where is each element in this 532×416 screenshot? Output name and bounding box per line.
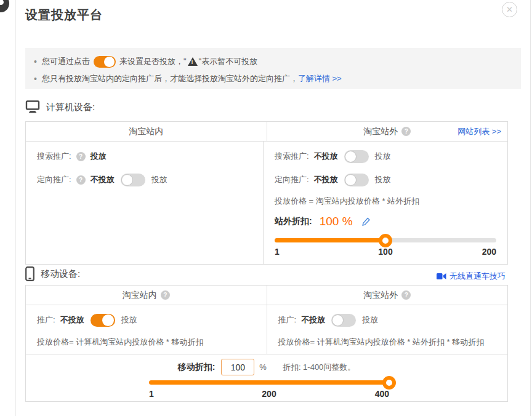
offsite-discount-row: 站外折扣: 100 %: [275, 214, 496, 230]
promo-label: 推广:: [37, 314, 55, 326]
header-offsite-label: 淘宝站外: [363, 126, 398, 137]
close-button[interactable]: ✕: [502, 2, 517, 17]
slider-track[interactable]: [149, 380, 389, 385]
scale-max: 200: [482, 247, 496, 257]
warning-exclaim: !: [191, 59, 193, 65]
header-taobao-offsite: 淘宝站外 ? 网站列表 >>: [267, 122, 508, 141]
example-toggle[interactable]: [94, 56, 116, 68]
mobile-discount-section: 移动折扣: % 折扣: 1-400间整数。 1 200 400: [26, 354, 507, 400]
mobile-discount-input[interactable]: [221, 359, 254, 375]
computer-onsite-cell: 搜索推广: ? 投放 定向推广: ? 不投放 投放: [26, 142, 263, 264]
header-onsite-label: 淘宝站内: [129, 126, 163, 137]
offsite-price-formula: 投放价格 = 淘宝站内投放价格 * 站外折扣: [275, 195, 496, 207]
question-icon[interactable]: ?: [161, 290, 170, 300]
screen: ✕ 设置投放平台 • 您可通过点击 来设置是否投放，" ! "表示暂不可投放 •…: [0, 0, 532, 416]
slider-handle[interactable]: [382, 376, 396, 390]
notice-text-2: 您只有投放淘宝站内的定向推广后，才能选择投放淘宝站外的定向推广，: [42, 73, 298, 84]
slider-track[interactable]: [275, 238, 496, 242]
notice-text-mid: 来设置是否投放，": [119, 56, 187, 67]
computer-offsite-target-toggle[interactable]: [344, 174, 369, 186]
scale-min: 1: [149, 389, 154, 399]
onsite-search-row: 搜索推广: ? 投放: [37, 150, 252, 163]
target-on-label: 投放: [151, 174, 167, 185]
question-icon[interactable]: ?: [76, 152, 86, 161]
question-icon[interactable]: ?: [76, 175, 86, 185]
mobile-onsite-formula: 投放价格= 计算机淘宝站内投放价格 * 移动折扣: [37, 336, 256, 348]
toggle-knob: [102, 314, 114, 326]
header-taobao-offsite: 淘宝站外 ?: [267, 286, 508, 305]
toggle-knob: [345, 151, 357, 162]
header-taobao-onsite: 淘宝站内 ?: [26, 286, 267, 305]
search-promo-label: 搜索推广:: [275, 151, 309, 162]
mobile-icon: [25, 266, 34, 281]
video-icon: [437, 273, 446, 280]
discount-hint: 折扣: 1-400间整数。: [283, 362, 355, 373]
header-taobao-onsite: 淘宝站内: [26, 122, 267, 141]
promo-label: 推广:: [278, 314, 297, 326]
computer-section-title: 计算机设备:: [46, 102, 95, 113]
target-promo-label: 定向推广:: [275, 174, 309, 185]
header-onsite-label: 淘宝站内: [123, 290, 157, 301]
offsite-discount-label: 站外折扣:: [275, 216, 312, 227]
promo-on-label: 投放: [362, 314, 378, 326]
notice-line-1: • 您可通过点击 来设置是否投放，" ! "表示暂不可投放: [34, 54, 512, 69]
bullet-icon: •: [34, 57, 37, 66]
mobile-discount-label: 移动折扣:: [178, 362, 216, 373]
mobile-onsite-cell: 推广: 不投放 投放 投放价格= 计算机淘宝站内投放价格 * 移动折扣: [26, 305, 267, 354]
close-icon: ✕: [506, 5, 513, 14]
warning-icon: !: [188, 57, 198, 66]
corner-badge-icon: [0, 0, 9, 12]
scale-mid: 100: [378, 247, 392, 257]
scale-mid: 200: [262, 389, 276, 399]
search-promo-label: 搜索推广:: [37, 151, 71, 162]
mobile-offsite-formula: 投放价格= 计算机淘宝站内投放价格 * 站外折扣 * 移动折扣: [278, 336, 497, 348]
target-promo-label: 定向推广:: [37, 174, 71, 185]
target-off-label: 不投放: [91, 174, 115, 185]
toggle-knob: [345, 174, 357, 186]
slider-scale: 1 200 400: [149, 389, 389, 400]
notice-text-pre: 您可通过点击: [42, 56, 90, 67]
computer-table: 淘宝站内 淘宝站外 ? 网站列表 >> 搜索推广: ? 投放: [25, 121, 508, 265]
wireless-tips-label: 无线直通车技巧: [449, 271, 506, 282]
edit-icon[interactable]: [361, 217, 371, 226]
computer-table-header: 淘宝站内 淘宝站外 ? 网站列表 >>: [26, 122, 507, 142]
mobile-offsite-cell: 推广: 不投放 投放 投放价格= 计算机淘宝站内投放价格 * 站外折扣 * 移动…: [267, 305, 508, 354]
computer-offsite-search-toggle[interactable]: [344, 150, 369, 163]
search-off-label: 不投放: [314, 151, 338, 162]
search-on-label: 投放: [375, 151, 391, 162]
notice-text-post: "表示暂不可投放: [199, 56, 258, 67]
mobile-onsite-promo-toggle[interactable]: [91, 314, 115, 327]
offsite-discount-value: 100 %: [320, 215, 353, 228]
toggle-knob: [332, 314, 344, 326]
mobile-table-body-row: 推广: 不投放 投放 投放价格= 计算机淘宝站内投放价格 * 移动折扣 推广: …: [26, 305, 507, 354]
offsite-promo-row: 推广: 不投放 投放: [278, 313, 497, 327]
mobile-section-header: 移动设备:: [25, 266, 80, 281]
toggle-knob: [104, 57, 115, 67]
computer-onsite-target-toggle[interactable]: [121, 174, 145, 186]
notice-box: • 您可通过点击 来设置是否投放，" ! "表示暂不可投放 • 您只有投放淘宝站…: [25, 48, 521, 89]
wireless-tips-link[interactable]: 无线直通车技巧: [437, 271, 506, 282]
mobile-offsite-promo-toggle[interactable]: [331, 314, 356, 327]
onsite-target-row: 定向推广: ? 不投放 投放: [37, 173, 252, 186]
offsite-discount-slider[interactable]: 1 100 200: [275, 238, 496, 258]
learn-more-link[interactable]: 了解详情 >>: [298, 73, 342, 84]
question-icon[interactable]: ?: [401, 127, 411, 136]
set-platform-dialog: ✕ 设置投放平台 • 您可通过点击 来设置是否投放，" ! "表示暂不可投放 •…: [15, 0, 531, 416]
scale-min: 1: [275, 247, 280, 257]
slider-fill: [275, 238, 385, 242]
offsite-search-row: 搜索推广: 不投放 投放: [275, 150, 496, 163]
mobile-table: 淘宝站内 ? 淘宝站外 ? 推广: 不投放 投放: [25, 285, 508, 402]
question-icon[interactable]: ?: [401, 290, 411, 300]
promo-off-label: 不投放: [60, 314, 84, 326]
mobile-table-header: 淘宝站内 ? 淘宝站外 ?: [26, 286, 507, 305]
slider-handle[interactable]: [379, 234, 392, 247]
website-list-link[interactable]: 网站列表 >>: [457, 126, 501, 137]
mobile-section-title: 移动设备:: [41, 268, 80, 280]
mobile-discount-slider[interactable]: 1 200 400: [149, 380, 389, 400]
slider-fill: [149, 380, 389, 385]
notice-line-2: • 您只有投放淘宝站内的定向推广后，才能选择投放淘宝站外的定向推广， 了解详情 …: [34, 71, 512, 86]
page-title: 设置投放平台: [25, 7, 103, 23]
target-off-label: 不投放: [314, 174, 338, 185]
computer-icon: [25, 100, 40, 114]
mobile-discount-row: 移动折扣: % 折扣: 1-400间整数。: [26, 359, 507, 375]
